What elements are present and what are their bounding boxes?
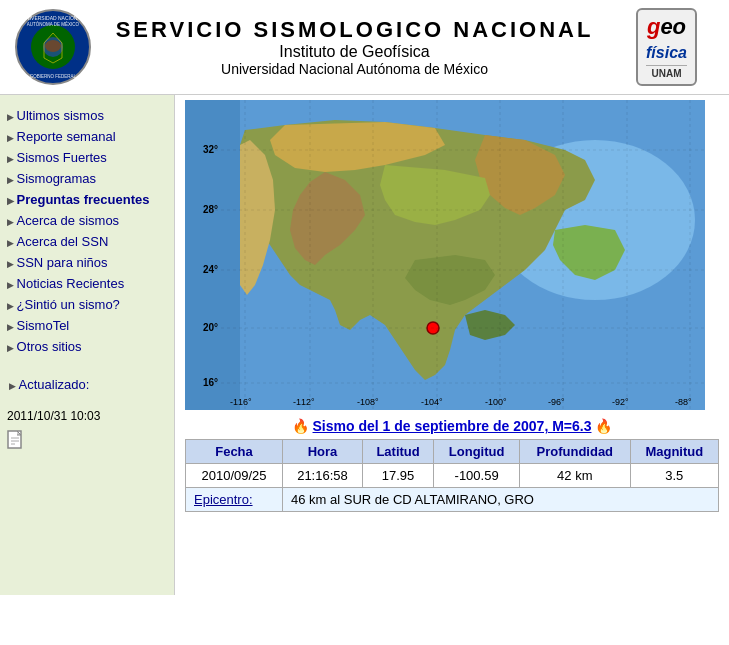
th-fecha: Fecha: [186, 440, 283, 464]
svg-text:-112°: -112°: [293, 397, 315, 407]
th-profundidad: Profundidad: [520, 440, 631, 464]
flame-icon-right: 🔥: [595, 418, 612, 434]
svg-text:UNIVERSIDAD NACIONAL: UNIVERSIDAD NACIONAL: [22, 15, 83, 21]
sidebar: Ultimos sismosReporte semanalSismos Fuer…: [0, 95, 175, 595]
svg-text:16°: 16°: [203, 377, 218, 388]
geo-fisica: física: [646, 44, 687, 61]
main-title: SERVICIO SISMOLOGICO NACIONAL: [95, 17, 614, 43]
table-header-row: Fecha Hora Latitud Longitud Profundidad …: [186, 440, 719, 464]
sidebar-link-6[interactable]: Acerca del SSN: [5, 231, 169, 252]
sidebar-link-10[interactable]: SismoTel: [5, 315, 169, 336]
sidebar-link-5[interactable]: Acerca de sismos: [5, 210, 169, 231]
updated-date: 2011/10/31 10:03: [7, 409, 100, 423]
geo-eo: eo: [660, 14, 686, 39]
earthquake-title-bar: 🔥 Sismo del 1 de septiembre de 2007, M=6…: [185, 418, 719, 434]
svg-text:32°: 32°: [203, 144, 218, 155]
svg-text:20°: 20°: [203, 322, 218, 333]
epicenter-row: Epicentro: 46 km al SUR de CD ALTAMIRANO…: [186, 488, 719, 512]
th-magnitud: Magnitud: [630, 440, 718, 464]
content-area: 32° 28° 24° 20° 16° -116° -112° -108° -1…: [175, 95, 729, 595]
sidebar-link-3[interactable]: Sismogramas: [5, 168, 169, 189]
unam-emblem-svg: UNIVERSIDAD NACIONAL AUTÓNOMA DE MÉXICO …: [14, 8, 92, 86]
td-profundidad: 42 km: [520, 464, 631, 488]
svg-text:-100°: -100°: [485, 397, 507, 407]
flame-icon-left: 🔥: [292, 418, 309, 434]
subtitle1: Instituto de Geofísica: [95, 43, 614, 61]
svg-text:-104°: -104°: [421, 397, 443, 407]
svg-text:-92°: -92°: [612, 397, 629, 407]
td-longitud: -100.59: [434, 464, 520, 488]
unam-label: UNAM: [646, 65, 687, 79]
svg-text:-88°: -88°: [675, 397, 692, 407]
sidebar-link-7[interactable]: SSN para niños: [5, 252, 169, 273]
th-latitud: Latitud: [362, 440, 433, 464]
svg-text:-96°: -96°: [548, 397, 565, 407]
sidebar-link-2[interactable]: Sismos Fuertes: [5, 147, 169, 168]
earthquake-data-table: Fecha Hora Latitud Longitud Profundidad …: [185, 439, 719, 512]
svg-text:28°: 28°: [203, 204, 218, 215]
td-magnitud: 3.5: [630, 464, 718, 488]
svg-text:-108°: -108°: [357, 397, 379, 407]
sidebar-link-4[interactable]: Preguntas frecuentes: [5, 189, 169, 210]
svg-text:24°: 24°: [203, 264, 218, 275]
epicenter-link[interactable]: Epicentro:: [194, 492, 253, 507]
svg-text:-116°: -116°: [230, 397, 252, 407]
geofisica-logo: geo física UNAM: [614, 8, 719, 86]
sidebar-link-11[interactable]: Otros sitios: [5, 336, 169, 357]
td-latitud: 17.95: [362, 464, 433, 488]
geo-g: g: [647, 14, 660, 39]
file-icon: [5, 430, 27, 452]
mexico-map: 32° 28° 24° 20° 16° -116° -112° -108° -1…: [185, 100, 705, 410]
td-fecha: 2010/09/25: [186, 464, 283, 488]
svg-text:AUTÓNOMA DE MÉXICO: AUTÓNOMA DE MÉXICO: [26, 21, 79, 27]
earthquake-title-link[interactable]: Sismo del 1 de septiembre de 2007, M=6.3: [313, 418, 592, 434]
sidebar-link-1[interactable]: Reporte semanal: [5, 126, 169, 147]
map-container: 32° 28° 24° 20° 16° -116° -112° -108° -1…: [185, 100, 719, 410]
header: UNIVERSIDAD NACIONAL AUTÓNOMA DE MÉXICO …: [0, 0, 729, 95]
th-longitud: Longitud: [434, 440, 520, 464]
actualizado-link[interactable]: Actualizado:: [7, 374, 167, 395]
subtitle2: Universidad Nacional Autónoma de México: [95, 61, 614, 77]
sidebar-link-8[interactable]: Noticias Recientes: [5, 273, 169, 294]
svg-point-6: [45, 40, 61, 52]
unam-emblem: UNIVERSIDAD NACIONAL AUTÓNOMA DE MÉXICO …: [10, 8, 95, 86]
main-content: Ultimos sismosReporte semanalSismos Fuer…: [0, 95, 729, 595]
td-epicenter-label: Epicentro:: [186, 488, 283, 512]
sidebar-link-9[interactable]: ¿Sintió un sismo?: [5, 294, 169, 315]
sidebar-links: Ultimos sismosReporte semanalSismos Fuer…: [5, 105, 169, 357]
td-epicenter-value: 46 km al SUR de CD ALTAMIRANO, GRO: [283, 488, 719, 512]
th-hora: Hora: [283, 440, 363, 464]
site-title-block: SERVICIO SISMOLOGICO NACIONAL Instituto …: [95, 17, 614, 77]
table-row: 2010/09/25 21:16:58 17.95 -100.59 42 km …: [186, 464, 719, 488]
sidebar-file-icon-container: [5, 430, 169, 455]
sidebar-updated: Actualizado: 2011/10/31 10:03: [5, 372, 169, 425]
map-svg: 32° 28° 24° 20° 16° -116° -112° -108° -1…: [185, 100, 705, 410]
sidebar-link-0[interactable]: Ultimos sismos: [5, 105, 169, 126]
svg-text:GOBIERNO FEDERAL: GOBIERNO FEDERAL: [29, 74, 76, 79]
td-hora: 21:16:58: [283, 464, 363, 488]
